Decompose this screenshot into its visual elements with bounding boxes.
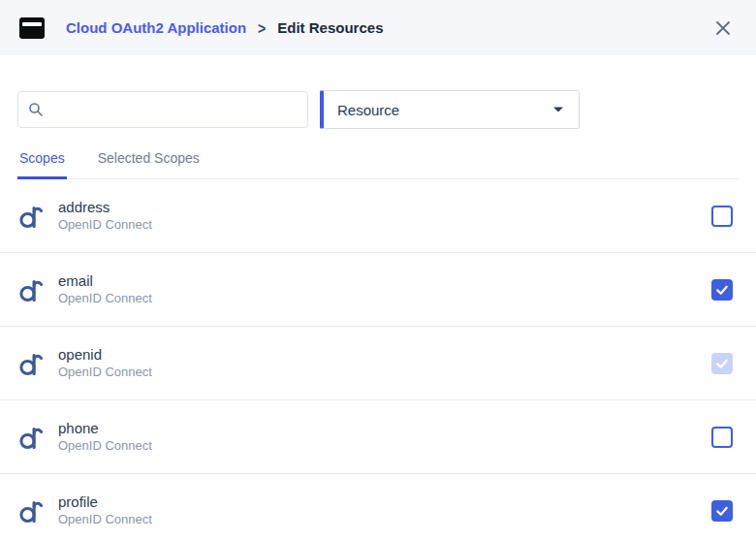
page-title: Edit Resources bbox=[277, 19, 383, 36]
resource-filter-value: Resource bbox=[337, 102, 399, 118]
tab-bar: Scopes Selected Scopes bbox=[17, 144, 739, 179]
dialog-header: Cloud OAuth2 Application > Edit Resource… bbox=[0, 0, 756, 55]
checkmark-icon bbox=[714, 503, 730, 519]
search-input[interactable] bbox=[51, 101, 298, 118]
checkbox-phone[interactable] bbox=[711, 427, 733, 448]
close-icon bbox=[715, 20, 731, 36]
search-icon bbox=[28, 102, 44, 117]
filter-toolbar: Resource bbox=[17, 90, 739, 129]
scope-provider: OpenID Connect bbox=[58, 512, 152, 527]
checkbox-email[interactable] bbox=[711, 279, 733, 301]
resource-filter-dropdown[interactable]: Resource bbox=[320, 90, 580, 129]
scopes-list: address OpenID Connect email OpenID Conn… bbox=[0, 179, 756, 540]
openid-connect-icon bbox=[17, 275, 47, 304]
scope-provider: OpenID Connect bbox=[58, 365, 152, 380]
scope-text: phone OpenID Connect bbox=[58, 420, 152, 455]
scope-row-phone[interactable]: phone OpenID Connect bbox=[0, 400, 756, 474]
checkbox-openid bbox=[711, 353, 733, 374]
application-icon bbox=[19, 17, 45, 39]
scope-provider: OpenID Connect bbox=[58, 438, 152, 454]
scope-name: openid bbox=[58, 346, 152, 365]
checkmark-icon bbox=[714, 282, 730, 298]
openid-connect-icon bbox=[17, 423, 47, 452]
scope-name: email bbox=[58, 272, 152, 291]
scope-name: address bbox=[58, 199, 152, 217]
scope-text: openid OpenID Connect bbox=[58, 346, 152, 381]
edit-resources-dialog: Cloud OAuth2 Application > Edit Resource… bbox=[0, 0, 756, 540]
scope-row-profile[interactable]: profile OpenID Connect bbox=[0, 474, 756, 540]
scope-text: profile OpenID Connect bbox=[58, 493, 152, 528]
openid-connect-icon bbox=[17, 349, 47, 378]
scope-row-email[interactable]: email OpenID Connect bbox=[0, 253, 756, 327]
breadcrumb: Cloud OAuth2 Application > Edit Resource… bbox=[66, 19, 384, 36]
scope-text: email OpenID Connect bbox=[58, 272, 152, 307]
openid-connect-icon bbox=[17, 202, 47, 231]
scope-row-openid[interactable]: openid OpenID Connect bbox=[0, 327, 756, 400]
close-button[interactable] bbox=[711, 16, 735, 40]
scope-name: phone bbox=[58, 420, 152, 438]
chevron-right-icon: > bbox=[258, 18, 266, 36]
scope-provider: OpenID Connect bbox=[58, 217, 152, 233]
scope-name: profile bbox=[58, 493, 152, 512]
search-box[interactable] bbox=[17, 91, 308, 128]
openid-connect-icon bbox=[17, 496, 47, 525]
checkbox-profile[interactable] bbox=[711, 500, 733, 522]
scope-text: address OpenID Connect bbox=[58, 199, 152, 234]
tab-scopes[interactable]: Scopes bbox=[17, 144, 67, 179]
breadcrumb-parent-link[interactable]: Cloud OAuth2 Application bbox=[66, 19, 246, 36]
checkbox-address[interactable] bbox=[711, 206, 733, 227]
checkmark-icon bbox=[714, 356, 730, 371]
chevron-down-icon bbox=[552, 106, 564, 113]
scope-row-address[interactable]: address OpenID Connect bbox=[0, 179, 756, 253]
scope-provider: OpenID Connect bbox=[58, 291, 152, 306]
tab-selected-scopes[interactable]: Selected Scopes bbox=[96, 144, 202, 179]
